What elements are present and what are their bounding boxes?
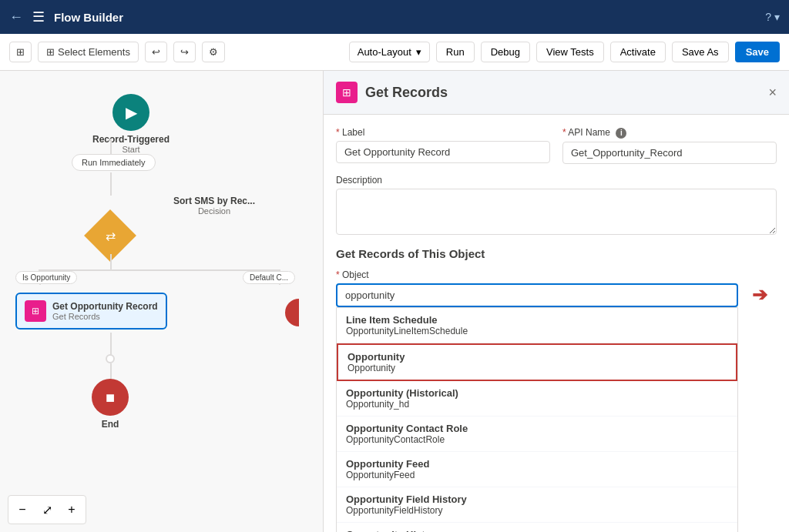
expand-button[interactable]: ⊞ [9, 42, 32, 62]
run-immediately-pill: Run Immediately [72, 154, 156, 171]
activate-button[interactable]: Activate [610, 42, 666, 62]
label-api-row: * Label * API Name i [336, 127, 777, 164]
flow-canvas: ▶ Record-Triggered Start Run Immediately… [0, 71, 324, 532]
decision-diamond: ⇄ [92, 217, 129, 254]
dropdown-item[interactable]: Opportunity Field HistoryOpportunityFiel… [337, 487, 737, 523]
object-label: * Object [336, 269, 738, 280]
description-label: Description [336, 175, 777, 186]
zoom-in-button[interactable]: + [61, 499, 82, 520]
connector-3 [110, 254, 112, 269]
object-field-wrap: ➔ [336, 283, 738, 307]
zoom-out-button[interactable]: − [12, 499, 33, 520]
chevron-down-icon: ▾ [416, 46, 421, 58]
auto-layout-button[interactable]: Auto-Layout ▾ [349, 42, 430, 62]
default-label: Default C... [243, 271, 295, 284]
api-name-input[interactable] [562, 142, 777, 164]
description-field: Description [336, 175, 777, 235]
end-node[interactable]: ■ End [92, 379, 129, 430]
back-button[interactable]: ← [9, 9, 23, 25]
start-node[interactable]: ▶ Record-Triggered Start [92, 94, 170, 154]
panel-header: ⊞ Get Records × [324, 71, 789, 115]
dropdown-item[interactable]: Opportunity HistoryOpportunityHistory [337, 523, 737, 533]
object-dropdown-list: Line Item ScheduleOpportunityLineItemSch… [336, 307, 738, 533]
section-title: Get Records of This Object [336, 247, 777, 260]
connector-1 [110, 139, 112, 154]
save-button[interactable]: Save [735, 42, 780, 62]
dropdown-item[interactable]: Opportunity (Historical)Opportunity_hd [337, 381, 737, 417]
run-button[interactable]: Run [436, 42, 475, 62]
nav-bar: ← ☰ Flow Builder ? ▾ [0, 0, 789, 34]
delete-indicator [285, 299, 313, 326]
toolbar: ⊞ ⊞ Select Elements ↩ ↪ ⚙ Auto-Layout ▾ … [0, 34, 789, 71]
panel-title: Get Records [365, 85, 448, 101]
start-icon: ▶ [112, 94, 149, 131]
side-panel: ⊞ Get Records × * Label * API Name [323, 71, 789, 532]
select-icon: ⊞ [46, 46, 55, 58]
dropdown-item[interactable]: Opportunity Contact RoleOpportunityConta… [337, 417, 737, 452]
close-button[interactable]: × [768, 85, 777, 101]
sort-decision-node[interactable]: Sort SMS by Rec... Decision [173, 196, 255, 216]
label-field-label: * Label [336, 127, 550, 138]
dropdown-item[interactable]: Opportunity FeedOpportunityFeed [337, 452, 737, 487]
api-info-icon[interactable]: i [616, 128, 626, 139]
get-record-node[interactable]: ⊞ Get Opportunity Record Get Records [15, 293, 167, 330]
canvas-area: ▶ Record-Triggered Start Run Immediately… [0, 71, 789, 532]
panel-body: * Label * API Name i Description [324, 115, 789, 532]
connector-8 [110, 333, 112, 356]
undo-button[interactable]: ↩ [145, 42, 167, 62]
connector-dot [106, 354, 115, 363]
get-records-icon: ⊞ [25, 300, 46, 322]
nav-logo-icon: ☰ [32, 8, 45, 25]
red-arrow-icon: ➔ [752, 284, 767, 306]
panel-icon: ⊞ [336, 82, 358, 103]
dropdown-item[interactable]: Line Item ScheduleOpportunityLineItemSch… [337, 308, 737, 343]
connector-2 [110, 172, 112, 196]
fit-view-button[interactable]: ⤢ [36, 499, 58, 520]
save-as-button[interactable]: Save As [672, 42, 729, 62]
end-icon: ■ [92, 379, 129, 416]
object-input[interactable] [336, 283, 738, 307]
view-tests-button[interactable]: View Tests [536, 42, 604, 62]
label-field: * Label [336, 127, 550, 164]
bottom-toolbar: − ⤢ + [8, 495, 86, 524]
api-name-label: * API Name i [562, 127, 777, 139]
description-textarea[interactable] [336, 189, 777, 235]
label-input[interactable] [336, 141, 550, 163]
settings-button[interactable]: ⚙ [202, 42, 225, 62]
api-name-field: * API Name i [562, 127, 777, 164]
dropdown-item[interactable]: OpportunityOpportunity [337, 343, 737, 381]
is-opportunity-label: Is Opportunity [15, 271, 77, 284]
select-elements-button[interactable]: ⊞ Select Elements [38, 42, 139, 62]
nav-title: Flow Builder [54, 11, 123, 24]
redo-button[interactable]: ↪ [173, 42, 196, 62]
object-field: * Object ➔ [336, 269, 777, 307]
debug-button[interactable]: Debug [481, 42, 530, 62]
help-button[interactable]: ? ▾ [765, 11, 780, 23]
